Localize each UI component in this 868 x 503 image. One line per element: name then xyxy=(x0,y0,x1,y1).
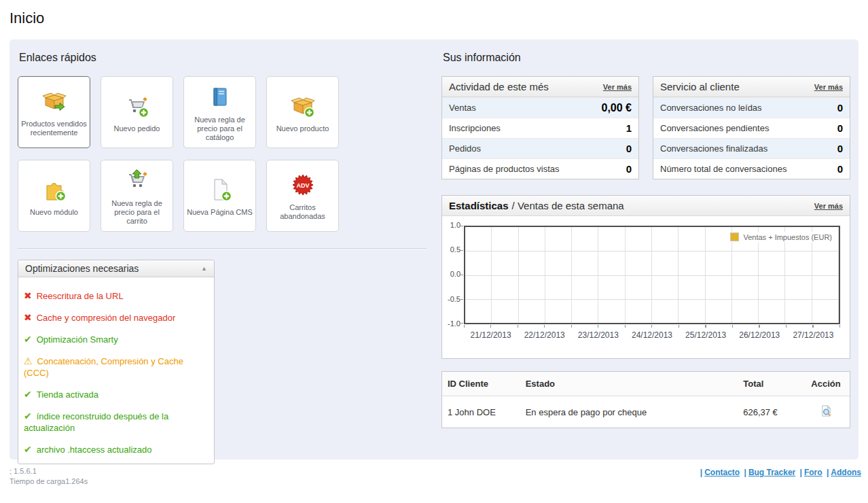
optimization-item[interactable]: ✔archivo .htaccess actualizado xyxy=(24,444,209,455)
optimizations-list: ✖Reescritura de la URL ✖Cache y compresi… xyxy=(18,277,214,464)
stats-panel: Estadísticas / Ventas de esta semana Ver… xyxy=(441,195,850,359)
legend-label: Ventas + Impuestos (EUR) xyxy=(743,233,832,241)
stats-header: Estadísticas / Ventas de esta semana Ver… xyxy=(442,196,850,216)
y-tick-label: -0.5 xyxy=(443,295,460,303)
order-id-cliente: 1 John DOE xyxy=(442,396,520,428)
stats-see-more-link[interactable]: Ver más xyxy=(814,202,843,210)
x-tick-label: 25/12/2013 xyxy=(679,330,733,340)
left-column: Enlaces rápidos Productos vendidos recie… xyxy=(18,49,427,450)
cart-add-icon xyxy=(125,92,149,120)
left-column-divider xyxy=(18,248,427,249)
quick-link-label: Productos vendidos recientemente xyxy=(21,120,87,137)
activity-row: Páginas de productos vistas0 xyxy=(442,158,638,179)
activity-value: 0 xyxy=(626,163,632,175)
x-tick-label: 23/12/2013 xyxy=(571,330,625,340)
col-header-id-cliente: ID Cliente xyxy=(442,372,520,396)
quick-link-nuevo-pedido[interactable]: Nuevo pedido xyxy=(101,76,173,148)
footer-link-contacto[interactable]: Contacto xyxy=(704,468,740,477)
cart-up-icon xyxy=(125,167,149,195)
activity-see-more-link[interactable]: Ver más xyxy=(603,83,632,91)
y-tick-label: 0.0 xyxy=(443,270,460,278)
customer-service-row: Conversaciones finalizadas0 xyxy=(653,138,850,158)
y-tick-label: -1.0 xyxy=(443,319,460,328)
quick-link-label: Nueva regla de precio para el carrito xyxy=(104,199,170,226)
book-icon xyxy=(208,83,232,111)
activity-value: 0,00 € xyxy=(602,102,632,114)
order-total: 626,37 € xyxy=(738,396,802,428)
footer-separator: | xyxy=(744,468,746,477)
quick-link-nuevo-modulo[interactable]: Nuevo módulo xyxy=(18,160,90,232)
x-tick-label: 26/12/2013 xyxy=(733,330,786,340)
customer-service-row: Número total de conversaciones0 xyxy=(653,158,850,179)
footer-link-foro[interactable]: Foro xyxy=(804,468,822,477)
x-tick-label: 21/12/2013 xyxy=(464,330,518,340)
orders-table: ID Cliente Estado Total Acción 1 John DO… xyxy=(442,372,850,428)
cross-icon: ✖ xyxy=(24,290,32,301)
right-column: Sus información Actividad de este més Ve… xyxy=(441,49,850,450)
check-icon: ✔ xyxy=(24,334,32,345)
optimizations-title: Optimizaciones necesarias xyxy=(25,263,139,274)
activity-header: Actividad de este més Ver más xyxy=(442,77,638,97)
x-tick-label: 22/12/2013 xyxy=(518,330,571,340)
footer-separator: | xyxy=(800,468,802,477)
customer-service-value: 0 xyxy=(837,163,843,175)
chart-plot-area: Ventas + Impuestos (EUR) xyxy=(464,226,840,324)
quick-link-label: Nueva regla de precio para el catálogo xyxy=(187,116,253,142)
customer-service-row: Conversaciones no leídas0 xyxy=(653,97,850,118)
orders-header-row: ID Cliente Estado Total Acción xyxy=(442,372,850,396)
optimization-item[interactable]: ✖Reescritura de la URL xyxy=(24,290,209,302)
zoom-document-icon[interactable] xyxy=(820,404,833,419)
quick-link-regla-precio-carrito[interactable]: Nueva regla de precio para el carrito xyxy=(101,160,173,232)
quick-link-regla-precio-catalogo[interactable]: Nueva regla de precio para el catálogo xyxy=(183,76,256,148)
warning-icon: ⚠ xyxy=(24,355,33,366)
customer-service-value: 0 xyxy=(837,102,843,114)
quick-link-label: Nuevo producto xyxy=(276,124,329,133)
quick-links-grid: Productos vendidos recientemente Nuevo p… xyxy=(18,76,427,232)
page-add-icon xyxy=(208,175,232,204)
quick-link-nuevo-producto[interactable]: Nuevo producto xyxy=(266,76,339,148)
activity-panel: Actividad de este més Ver más Ventas0,00… xyxy=(441,76,639,179)
optimization-item[interactable]: ✖Cache y compresión del navegador xyxy=(24,312,209,324)
version-text: ; 1.5.6.1 xyxy=(10,466,88,476)
quick-link-productos-vendidos[interactable]: Productos vendidos recientemente xyxy=(18,76,90,148)
optimization-item[interactable]: ✔índice reconstruido después de la actua… xyxy=(24,411,209,434)
cross-icon: ✖ xyxy=(24,312,32,323)
footer-link-bug-tracker[interactable]: Bug Tracker xyxy=(748,468,795,477)
col-header-total: Total xyxy=(738,372,802,396)
package-add-icon xyxy=(291,92,315,120)
footer-link-addons[interactable]: Addons xyxy=(831,468,861,477)
y-tick-label: 0.5 xyxy=(443,245,460,254)
stats-title: Estadísticas xyxy=(449,200,509,211)
quick-link-nueva-pagina-cms[interactable]: Nueva Página CMS xyxy=(183,160,256,232)
chart-legend: Ventas + Impuestos (EUR) xyxy=(729,232,833,242)
customer-service-see-more-link[interactable]: Ver más xyxy=(814,83,843,91)
footer-separator: | xyxy=(827,468,829,477)
puzzle-add-icon xyxy=(42,175,67,204)
optimization-item[interactable]: ✔Optimización Smarty xyxy=(24,334,209,345)
optimization-item[interactable]: ⚠Concatenación, Compresión y Cache (CCC) xyxy=(24,355,209,379)
x-axis-labels: 21/12/2013 22/12/2013 23/12/2013 24/12/2… xyxy=(464,330,840,340)
info-title: Sus información xyxy=(443,52,850,64)
dashboard-panel: Enlaces rápidos Productos vendidos recie… xyxy=(10,39,858,459)
x-tick-label: 27/12/2013 xyxy=(786,330,840,340)
quick-link-carritos-abandonadas[interactable]: Carritos abandonadas xyxy=(266,160,339,232)
footer-separator: | xyxy=(700,468,702,477)
sales-chart: 1.0 0.5 0.0 -0.5 -1.0 Ventas + Impuestos… xyxy=(442,216,850,358)
activity-title: Actividad de este més xyxy=(449,81,549,92)
x-tick-label: 24/12/2013 xyxy=(625,330,679,340)
quick-links-title: Enlaces rápidos xyxy=(19,52,427,64)
quick-link-label: Nuevo módulo xyxy=(30,208,78,217)
customer-service-header: Servicio al cliente Ver más xyxy=(653,77,850,97)
optimizations-header: Optimizaciones necesarias ▲ xyxy=(18,260,214,277)
optimization-item[interactable]: ✔Tienda activada xyxy=(24,389,209,400)
check-icon: ✔ xyxy=(24,411,32,421)
y-tick-label: 1.0 xyxy=(443,221,460,229)
optimizations-panel: Optimizaciones necesarias ▲ ✖Reescritura… xyxy=(18,260,215,464)
collapse-icon[interactable]: ▲ xyxy=(201,265,207,272)
quick-link-label: Carritos abandonadas xyxy=(270,203,336,221)
adv-badge-icon xyxy=(291,171,315,199)
customer-service-row: Conversaciones pendientes0 xyxy=(653,118,850,138)
page-title: Inicio xyxy=(10,10,44,27)
order-row: 1 John DOE En espera de pago por cheque … xyxy=(442,396,850,428)
order-estado: En espera de pago por cheque xyxy=(520,396,738,428)
